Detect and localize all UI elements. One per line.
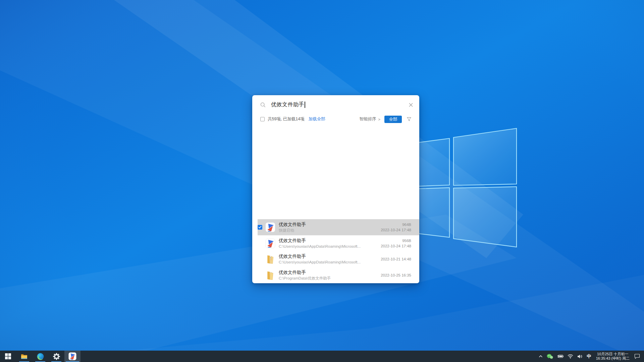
start-button[interactable] [0, 351, 16, 362]
clock-date: 10月25日 十月初一 [596, 352, 630, 356]
gear-icon [53, 353, 60, 360]
sort-chevron-icon[interactable]: > [378, 117, 380, 121]
tray-wechat-icon[interactable] [545, 351, 555, 362]
row-date: 2022-10-24 17:48 [381, 227, 411, 233]
search-query-text: 优效文件助手 [271, 101, 304, 108]
taskbar-edge[interactable] [32, 351, 48, 362]
row-date: 2022-10-24 17:48 [381, 243, 411, 249]
row-title: 优效文件助手 [279, 269, 381, 275]
row-title: 优效文件助手 [279, 222, 381, 227]
search-input[interactable]: 优效文件助手 [271, 101, 409, 108]
tray-volume-icon[interactable] [575, 351, 585, 362]
row-text: 优效文件助手 C:\Users\youxiao\AppData\Roaming\… [279, 253, 381, 265]
row-title: 优效文件助手 [279, 253, 381, 259]
row-path: C:\ProgramData\优效文件助手 [279, 276, 381, 281]
row-meta: 956B 2022-10-24 17:48 [381, 238, 411, 249]
select-all-checkbox[interactable] [260, 117, 265, 121]
status-bar: 共59项, 已加载14项 加载全部 智能排序 > 全部 [252, 114, 419, 124]
result-row[interactable]: 优效文件助手 C:\Users\youxiao\AppData\Roaming\… [258, 235, 419, 251]
row-text: 优效文件助手 C:\ProgramData\优效文件助手 [279, 269, 381, 281]
result-row[interactable]: 优效文件助手 C:\Users\youxiao\AppData\Roaming\… [258, 251, 419, 267]
tray-clock[interactable]: 10月25日 十月初一 16:35:43 (申时) 周二 [593, 352, 632, 361]
file-explorer-icon [20, 352, 28, 360]
result-list: 优效文件助手 快捷启动 964B 2022-10-24 17:48 优效文件助手… [252, 219, 419, 283]
filter-funnel-icon[interactable] [407, 117, 411, 121]
row-path: C:\Users\youxiao\AppData\Roaming\Microso… [279, 244, 381, 249]
text-caret [305, 102, 305, 108]
tray-chevron-up-icon[interactable] [537, 351, 545, 362]
edge-icon [37, 353, 44, 360]
close-icon[interactable] [409, 103, 413, 107]
action-center-icon[interactable] [632, 351, 642, 362]
windows-logo-icon [5, 353, 11, 359]
check-icon [258, 226, 262, 229]
row-checkbox[interactable] [258, 225, 262, 230]
tray-ime-indicator[interactable]: 中 [585, 351, 593, 362]
file-icon [265, 270, 275, 280]
search-bar: 优效文件助手 [252, 95, 419, 114]
row-date: 2022-10-25 16:35 [381, 273, 411, 278]
filter-all-button[interactable]: 全部 [384, 116, 402, 123]
row-text: 优效文件助手 C:\Users\youxiao\AppData\Roaming\… [279, 238, 381, 249]
taskbar-file-explorer[interactable] [16, 351, 32, 362]
row-path: C:\Users\youxiao\AppData\Roaming\Microso… [279, 260, 381, 265]
taskbar-settings[interactable] [48, 351, 64, 362]
row-meta: 964B 2022-10-24 17:48 [381, 222, 411, 233]
file-icon [265, 222, 275, 232]
file-icon [265, 254, 275, 264]
row-meta: 2022-10-25 16:35 [381, 273, 411, 278]
row-title: 优效文件助手 [279, 238, 381, 243]
row-text: 优效文件助手 快捷启动 [279, 222, 381, 233]
youxiao-app-icon [68, 352, 76, 360]
result-count: 共59项, 已加载14项 [268, 116, 305, 122]
clock-time: 16:35:43 (申时) 周二 [596, 356, 630, 361]
row-size: 956B [381, 238, 411, 243]
search-icon [260, 102, 266, 108]
file-icon [265, 238, 275, 248]
taskbar: 中 10月25日 十月初一 16:35:43 (申时) 周二 [0, 351, 644, 362]
result-row[interactable]: 优效文件助手 快捷启动 964B 2022-10-24 17:48 [258, 219, 419, 235]
result-row[interactable]: 优效文件助手 C:\ProgramData\优效文件助手 2022-10-25 … [258, 267, 419, 283]
row-path: 快捷启动 [279, 228, 381, 233]
taskbar-youxiao-app[interactable] [64, 351, 80, 362]
sort-menu[interactable]: 智能排序 [360, 116, 376, 122]
tray-wifi-icon[interactable] [566, 351, 575, 362]
file-search-window: 优效文件助手 共59项, 已加载14项 加载全部 智能排序 > 全部 优效文件助… [252, 95, 419, 283]
tray-battery-icon[interactable] [555, 351, 566, 362]
system-tray: 中 10月25日 十月初一 16:35:43 (申时) 周二 [537, 351, 644, 362]
load-all-link[interactable]: 加载全部 [309, 116, 325, 122]
row-size: 964B [381, 222, 411, 227]
row-meta: 2022-10-21 14:48 [381, 256, 411, 262]
row-date: 2022-10-21 14:48 [381, 256, 411, 262]
